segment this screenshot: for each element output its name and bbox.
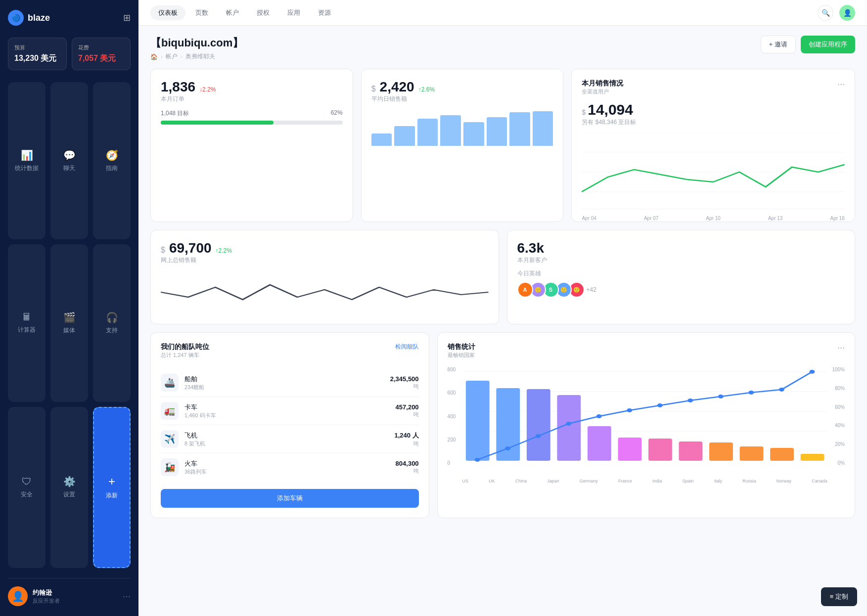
norway-label: Norway xyxy=(776,479,792,484)
chart-y-left: 800 600 400 200 0 xyxy=(448,367,462,466)
svg-rect-10 xyxy=(465,381,489,461)
svg-point-33 xyxy=(809,370,815,374)
sidebar-item-calculator[interactable]: 🖩 计算器 xyxy=(8,244,46,401)
svg-point-30 xyxy=(718,395,723,398)
sidebar-item-support[interactable]: 🎧 支持 xyxy=(93,244,131,401)
total-online-card: $ 69,700 ↑2.2% 网上总销售额 xyxy=(150,230,499,324)
sales-stats-more[interactable]: ··· xyxy=(837,343,845,353)
expense-card: 花费 7,057 美元 xyxy=(72,38,131,70)
monthly-sales-svg xyxy=(582,132,845,212)
chart-x-labels: US UK China Japan Germany France India S… xyxy=(462,479,827,484)
customize-button[interactable]: ≡ 定制 xyxy=(821,587,857,606)
orders-change: ↓2.2% xyxy=(199,86,216,93)
chat-icon: 💬 xyxy=(63,149,76,161)
avg-sales-change: ↑2.6% xyxy=(418,86,435,93)
sidebar-item-guide[interactable]: 🧭 指南 xyxy=(93,82,131,239)
total-online-change: ↑2.2% xyxy=(216,247,232,254)
calculator-label: 计算器 xyxy=(18,326,36,334)
top-nav-actions: 🔍 👤 xyxy=(818,5,855,21)
user-avatar: 👤 xyxy=(8,586,28,606)
add-label: 添新 xyxy=(106,491,118,500)
avg-sales-value: 2,420 xyxy=(380,79,414,95)
create-button[interactable]: 创建应用程序 xyxy=(801,36,855,53)
user-menu-icon[interactable]: ⋯ xyxy=(123,592,131,601)
stats-second-grid: $ 69,700 ↑2.2% 网上总销售额 6.3k 本月新客户 今日英雄 xyxy=(150,230,855,324)
fleet-header: 我们的船队吨位 总计 1,247 辆车 检阅舰队 xyxy=(161,343,419,367)
invite-button[interactable]: + 邀请 xyxy=(761,36,796,53)
sidebar-item-stats[interactable]: 📊 统计数据 xyxy=(8,82,46,239)
breadcrumb-current: 奥弗维耶夫 xyxy=(185,52,215,61)
hero-count: +42 xyxy=(587,286,596,293)
sidebar-settings-icon[interactable]: ⊞ xyxy=(123,12,131,23)
fleet-row-train: 🚂 火车 36路列车 804,300 吨 xyxy=(161,453,419,481)
breadcrumb: 🏠 › 帐户 › 奥弗维耶夫 xyxy=(150,52,243,61)
main: 仪表板 页数 帐户 授权 应用 资源 🔍 👤 【biqubiqu.com】 🏠 … xyxy=(138,0,867,616)
fleet-row-truck: 🚛 卡车 1,460 码卡车 457,200 吨 xyxy=(161,397,419,425)
total-online-label: 网上总销售额 xyxy=(161,256,489,264)
sales-stats-card: ··· 销售统计 最畅销国家 800 600 400 200 0 100% xyxy=(437,332,855,518)
orders-card: 1,836 ↓2.2% 本月订单 1,048 目标 62% xyxy=(150,69,353,222)
nav-grid: 📊 统计数据 💬 聊天 🧭 指南 🖩 计算器 🎬 媒体 🎧 支持 🛡 安全 ⚙ xyxy=(8,82,131,568)
svg-rect-20 xyxy=(770,448,794,461)
tab-resources[interactable]: 资源 xyxy=(310,5,339,20)
tab-auth[interactable]: 授权 xyxy=(249,5,277,20)
heroes-label: 今日英雄 xyxy=(517,269,845,278)
tab-apps[interactable]: 应用 xyxy=(279,5,308,20)
avg-sales-card: $ 2,420 ↑2.6% 平均日销售额 xyxy=(361,69,564,222)
logo-text: blaze xyxy=(28,13,50,23)
avg-sales-label: 平均日销售额 xyxy=(371,95,553,103)
search-button[interactable]: 🔍 xyxy=(818,5,833,21)
user-profile-button[interactable]: 👤 xyxy=(839,5,855,21)
stats-icon: 📊 xyxy=(21,149,33,161)
logo-area: 🔵 blaze xyxy=(8,10,50,26)
user-name: 约翰逊 xyxy=(33,588,118,597)
bar-2 xyxy=(394,126,415,146)
sidebar-item-security[interactable]: 🛡 安全 xyxy=(8,407,46,568)
sidebar-item-settings[interactable]: ⚙️ 设置 xyxy=(50,407,88,568)
sales-stats-subtitle: 最畅销国家 xyxy=(448,352,845,359)
fleet-link[interactable]: 检阅舰队 xyxy=(395,343,419,351)
monthly-sales-chart: Apr 04 Apr 07 Apr 10 Apr 13 Apr 16 xyxy=(582,132,845,212)
sidebar-item-media[interactable]: 🎬 媒体 xyxy=(50,244,88,401)
country-chart-svg xyxy=(462,367,827,476)
svg-point-28 xyxy=(657,403,662,407)
tab-dashboard[interactable]: 仪表板 xyxy=(150,5,185,20)
tab-pages[interactable]: 页数 xyxy=(187,5,216,20)
svg-point-26 xyxy=(596,414,601,418)
monthly-sales-more[interactable]: ··· xyxy=(837,79,845,89)
chart-x-labels: Apr 04 Apr 07 Apr 10 Apr 13 Apr 16 xyxy=(582,216,845,221)
chart-y-right: 100% 80% 60% 40% 20% 0% xyxy=(827,367,845,466)
top-nav-tabs: 仪表板 页数 帐户 授权 应用 资源 xyxy=(150,5,339,20)
tab-accounts[interactable]: 帐户 xyxy=(218,5,247,20)
progress-fill xyxy=(161,121,274,125)
guide-label: 指南 xyxy=(106,164,118,173)
stats-label: 统计数据 xyxy=(15,164,39,173)
budget-card: 预算 13,230 美元 xyxy=(8,38,67,70)
sidebar-header: 🔵 blaze ⊞ xyxy=(8,10,131,26)
truck-icon: 🚛 xyxy=(161,402,179,420)
bar-1 xyxy=(371,133,392,146)
train-value: 804,300 吨 xyxy=(396,460,419,475)
svg-point-29 xyxy=(687,398,693,402)
heroes-section: 今日英雄 A 🙂 S 🙂 🙂 +42 xyxy=(517,269,845,298)
monthly-sales-subtitle: 全渠道用户 xyxy=(582,88,845,95)
logo-icon: 🔵 xyxy=(8,10,24,26)
support-label: 支持 xyxy=(106,326,118,335)
sidebar: 🔵 blaze ⊞ 预算 13,230 美元 花费 7,057 美元 📊 统计数… xyxy=(0,0,138,616)
breadcrumb-accounts: 帐户 xyxy=(166,52,178,61)
sidebar-item-chat[interactable]: 💬 聊天 xyxy=(50,82,88,239)
plane-icon: ✈️ xyxy=(161,430,179,448)
sales-stats-title: 销售统计 xyxy=(448,343,845,352)
orders-header: 1,836 ↓2.2% xyxy=(161,79,343,95)
add-vehicle-button[interactable]: 添加车辆 xyxy=(161,489,419,508)
budget-cards: 预算 13,230 美元 花费 7,057 美元 xyxy=(8,38,131,70)
monthly-sales-value-row: $ 14,094 xyxy=(582,101,845,118)
ship-icon: 🚢 xyxy=(161,374,179,392)
new-customers-label: 本月新客户 xyxy=(517,256,845,264)
fleet-subtitle: 总计 1,247 辆车 xyxy=(161,352,209,359)
budget-value: 13,230 美元 xyxy=(14,53,60,64)
orders-value: 1,836 xyxy=(161,79,195,95)
sidebar-item-add[interactable]: + 添新 xyxy=(93,407,131,568)
settings-label: 设置 xyxy=(63,490,75,499)
monthly-sales-card: ··· 本月销售情况 全渠道用户 $ 14,094 另有 $48,346 至目标 xyxy=(571,69,855,222)
